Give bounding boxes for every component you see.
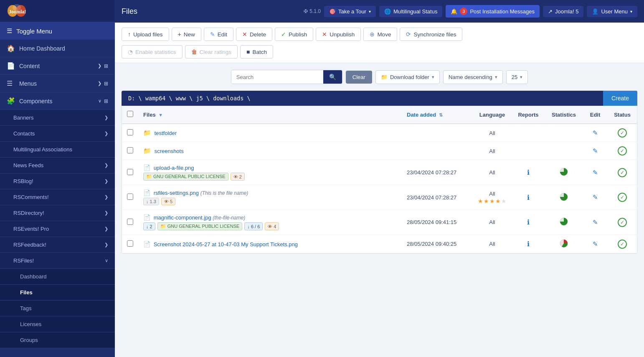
- sidebar-item-rsfiles[interactable]: RSFiles! ∨: [0, 253, 115, 269]
- row-checkbox-cell[interactable]: [122, 235, 138, 253]
- row-checkbox[interactable]: [127, 219, 133, 225]
- search-button[interactable]: 🔍: [323, 70, 342, 84]
- sidebar-item-rsfiles-licenses[interactable]: Licenses: [0, 316, 115, 332]
- post-install-button[interactable]: 🔔 3 Post Installation Messages: [446, 5, 540, 18]
- file-link[interactable]: magnific-component.jpg: [154, 214, 211, 221]
- sidebar-item-components[interactable]: 🧩 Components ∨ ⊞: [0, 92, 115, 110]
- edit-cell[interactable]: ✎: [583, 185, 608, 210]
- sidebar-item-rsdirectory[interactable]: RSDirectory! ❯: [0, 205, 115, 221]
- sort-dropdown[interactable]: Name descending ▾: [443, 70, 503, 84]
- published-icon[interactable]: ✓: [618, 218, 627, 227]
- statistics-cell[interactable]: [545, 235, 583, 253]
- sidebar-item-newsfeeds[interactable]: News Feeds ❯: [0, 158, 115, 173]
- edit-cell[interactable]: ✎: [583, 210, 608, 235]
- file-link[interactable]: upload-a-file.png: [154, 165, 194, 171]
- row-checkbox[interactable]: [127, 147, 133, 153]
- stats-chart-icon[interactable]: [560, 193, 568, 201]
- reports-cell[interactable]: ℹ: [512, 235, 545, 253]
- published-icon[interactable]: ✓: [618, 168, 627, 177]
- sidebar-item-menus[interactable]: ☰ Menus ❯ ⊞: [0, 75, 115, 92]
- status-cell[interactable]: ✓: [608, 142, 637, 160]
- statistics-cell[interactable]: [545, 210, 583, 235]
- sidebar-item-rsfiles-groups[interactable]: Groups: [0, 332, 115, 348]
- search-box[interactable]: 🔍: [231, 70, 342, 84]
- edit-pencil-icon[interactable]: ✎: [593, 129, 598, 136]
- edit-pencil-icon[interactable]: ✎: [593, 194, 598, 201]
- info-icon[interactable]: ℹ: [527, 194, 530, 201]
- sidebar-item-contacts[interactable]: Contacts ❯: [0, 126, 115, 142]
- take-tour-button[interactable]: 🎯 Take a Tour ▾: [324, 6, 376, 17]
- statistics-cell[interactable]: [545, 185, 583, 210]
- status-cell[interactable]: ✓: [608, 124, 637, 142]
- edit-pencil-icon[interactable]: ✎: [593, 147, 598, 154]
- unpublish-button[interactable]: ✕ Unpublish: [316, 28, 361, 41]
- sidebar-item-rscomments[interactable]: RSComments! ❯: [0, 189, 115, 205]
- row-checkbox-cell[interactable]: [122, 160, 138, 185]
- delete-button[interactable]: ✕ Delete: [236, 28, 272, 41]
- sidebar-item-rsblog[interactable]: RSBlog! ❯: [0, 173, 115, 189]
- reports-cell[interactable]: ℹ: [512, 210, 545, 235]
- row-checkbox-cell[interactable]: [122, 185, 138, 210]
- clear-ratings-button[interactable]: 🗑 Clear ratings: [185, 45, 238, 59]
- th-files[interactable]: Files ▼: [138, 106, 402, 124]
- edit-button[interactable]: ✎ Edit: [204, 28, 233, 41]
- file-link[interactable]: rsfiles-settings.png: [154, 190, 199, 196]
- row-checkbox[interactable]: [127, 129, 133, 135]
- edit-cell[interactable]: ✎: [583, 124, 608, 142]
- search-input[interactable]: [231, 71, 323, 84]
- edit-cell[interactable]: ✎: [583, 235, 608, 253]
- sidebar-item-rsfeedback[interactable]: RSFeedback! ❯: [0, 237, 115, 253]
- th-select-all[interactable]: [122, 106, 138, 124]
- published-icon[interactable]: ✓: [618, 240, 627, 249]
- sidebar-item-banners[interactable]: Banners ❯: [0, 110, 115, 126]
- published-icon[interactable]: ✓: [618, 146, 627, 156]
- info-icon[interactable]: ℹ: [527, 240, 530, 247]
- edit-pencil-icon[interactable]: ✎: [593, 169, 598, 176]
- sidebar-item-rsfiles-dashboard[interactable]: Dashboard: [0, 269, 115, 285]
- sidebar-item-rsfiles-tags[interactable]: Tags: [0, 301, 115, 316]
- edit-pencil-icon[interactable]: ✎: [593, 219, 598, 226]
- move-button[interactable]: ⊕ Move: [363, 28, 397, 41]
- status-cell[interactable]: ✓: [608, 160, 637, 185]
- new-button[interactable]: + New: [172, 28, 201, 41]
- row-checkbox[interactable]: [127, 169, 133, 175]
- file-link[interactable]: Screenshot 2024-05-27 at 10-47-03 My Sup…: [154, 241, 298, 247]
- multilingual-status-button[interactable]: 🌐 Multilingual Status: [379, 6, 443, 17]
- sidebar-item-home-dashboard[interactable]: 🏠 Home Dashboard: [0, 40, 115, 57]
- row-checkbox-cell[interactable]: [122, 124, 138, 142]
- row-checkbox-cell[interactable]: [122, 142, 138, 160]
- status-cell[interactable]: ✓: [608, 210, 637, 235]
- statistics-cell[interactable]: [545, 160, 583, 185]
- stats-chart-icon[interactable]: [560, 217, 568, 226]
- sidebar-item-rsevents[interactable]: RSEvents! Pro ❯: [0, 221, 115, 237]
- sidebar-item-multilingual[interactable]: Multilingual Associations: [0, 142, 115, 158]
- stats-chart-icon[interactable]: [560, 168, 568, 176]
- reports-cell[interactable]: ℹ: [512, 160, 545, 185]
- edit-cell[interactable]: ✎: [583, 142, 608, 160]
- published-icon[interactable]: ✓: [618, 193, 627, 202]
- synchronize-button[interactable]: ⟳ Synchronize files: [400, 28, 462, 41]
- row-checkbox[interactable]: [127, 240, 133, 247]
- th-date-added[interactable]: Date added ⇅: [402, 106, 473, 124]
- edit-pencil-icon[interactable]: ✎: [593, 240, 598, 247]
- row-checkbox-cell[interactable]: [122, 210, 138, 235]
- clear-button[interactable]: Clear: [346, 71, 372, 84]
- file-link[interactable]: testfolder: [155, 130, 177, 136]
- toggle-menu-button[interactable]: ☰ Toggle Menu: [0, 22, 115, 40]
- info-icon[interactable]: ℹ: [527, 219, 530, 226]
- reports-cell[interactable]: ℹ: [512, 185, 545, 210]
- upload-files-button[interactable]: ↑ Upload files: [122, 28, 169, 41]
- stats-pie-red-icon[interactable]: [560, 239, 568, 247]
- row-checkbox[interactable]: [127, 194, 133, 200]
- joomla5-button[interactable]: ↗ Joomla! 5: [543, 6, 583, 17]
- status-cell[interactable]: ✓: [608, 235, 637, 253]
- enable-stats-button[interactable]: ◔ Enable statistics: [122, 45, 183, 59]
- status-cell[interactable]: ✓: [608, 185, 637, 210]
- batch-button[interactable]: ■ Batch: [240, 45, 273, 59]
- create-button[interactable]: Create: [603, 91, 637, 106]
- info-icon[interactable]: ℹ: [527, 169, 530, 176]
- user-menu-button[interactable]: 👤 User Menu ▾: [587, 6, 637, 17]
- edit-cell[interactable]: ✎: [583, 160, 608, 185]
- publish-button[interactable]: ✓ Publish: [275, 28, 313, 41]
- sidebar-item-rsfiles-files[interactable]: Files: [0, 285, 115, 301]
